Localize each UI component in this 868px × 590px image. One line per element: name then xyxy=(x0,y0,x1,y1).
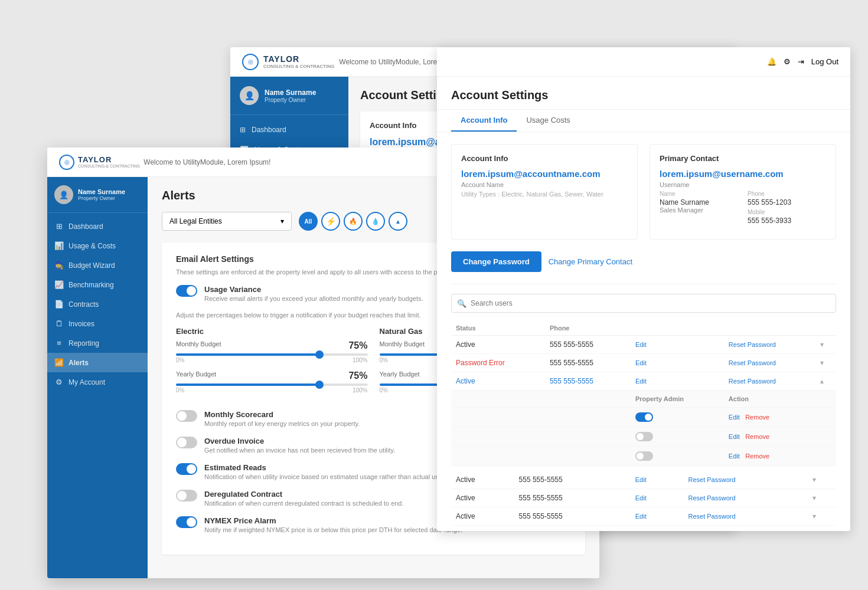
contact-phone-col: Phone 555 555-1203 Mobile 555 555-3933 xyxy=(748,191,826,225)
expand-4[interactable]: ▾ xyxy=(808,471,836,489)
prop-admin-toggle-off-2[interactable] xyxy=(635,451,653,461)
sidebar-item-budget-wizard[interactable]: 🧙 Budget Wizard xyxy=(47,255,148,275)
filter-electric[interactable]: ⚡ xyxy=(321,212,340,231)
search-input[interactable] xyxy=(451,294,836,313)
scorecard-info: Monthly Scorecard Monthly report of key … xyxy=(204,410,360,427)
expand-1[interactable]: ▾ xyxy=(815,336,836,354)
overdue-toggle[interactable] xyxy=(176,437,197,448)
reset-4[interactable]: Reset Password xyxy=(683,471,807,489)
electric-monthly-pct: 75% xyxy=(348,340,367,351)
utility-filters: All ⚡ 🔥 💧 ▲ xyxy=(299,212,407,231)
filter-water-icon: 💧 xyxy=(371,218,380,225)
tab-account-info[interactable]: Account Info xyxy=(451,110,517,132)
gas-range-min: 0% xyxy=(380,357,388,363)
scorecard-toggle[interactable] xyxy=(176,410,197,422)
entity-select[interactable]: All Legal Entities ▾ xyxy=(162,212,292,231)
sidebar-item-my-account[interactable]: ⚙ My Account xyxy=(47,372,148,392)
sidebar-item-usage-costs[interactable]: 📊 Usage & Costs xyxy=(47,236,148,255)
expanded-row-2-empty xyxy=(451,427,631,447)
expanded-empty xyxy=(451,391,631,408)
estimated-toggle[interactable] xyxy=(176,463,197,475)
electric-label: Electric xyxy=(176,327,368,336)
sidebar-item-benchmarking[interactable]: 📈 Benchmarking xyxy=(47,275,148,294)
front-logo-icon: ◎ xyxy=(59,155,74,170)
electric-monthly-budget: Monthly Budget 75% 0% 100% xyxy=(176,340,368,363)
sidebar-item-contracts[interactable]: 📄 Contracts xyxy=(47,294,148,314)
nymex-toggle[interactable] xyxy=(176,516,197,528)
overlay-signout-icon[interactable]: ⇥ xyxy=(798,57,804,66)
overlay-bell-icon[interactable]: 🔔 xyxy=(767,57,776,66)
edit-6[interactable]: Edit xyxy=(631,507,684,526)
overlay-logout-btn[interactable]: Log Out xyxy=(811,57,838,66)
edit-5[interactable]: Edit xyxy=(631,489,684,507)
search-wrap: 🔍 xyxy=(451,294,836,313)
remove-link-1[interactable]: Remove xyxy=(745,414,769,421)
electric-yearly-range-labels: 0% 100% xyxy=(176,387,368,394)
reset-6[interactable]: Reset Password xyxy=(683,507,807,526)
col-prop-admin: Property Admin xyxy=(631,391,724,408)
expanded-action-1: Edit Remove xyxy=(724,408,815,427)
electric-yearly-thumb[interactable] xyxy=(315,381,324,389)
contact-sales-label: Sales Manager xyxy=(660,206,738,214)
expanded-row-1: Edit Remove xyxy=(451,408,836,427)
deregulated-toggle[interactable] xyxy=(176,490,197,502)
nav-reporting-label: Reporting xyxy=(68,339,99,348)
alerts-sidebar-nav: ⊞ Dashboard 📊 Usage & Costs 🧙 Budget Wiz… xyxy=(47,213,148,395)
reset-5[interactable]: Reset Password xyxy=(683,489,807,507)
user-role: Property Owner xyxy=(265,97,316,103)
prop-admin-toggle-on[interactable] xyxy=(635,412,653,422)
sidebar-item-alerts[interactable]: 📶 Alerts xyxy=(47,353,148,372)
users-table-body: Active 555 555-5555 Edit Reset Password … xyxy=(451,336,836,466)
nav-dashboard-label: Dashboard xyxy=(68,222,103,231)
remove-link-2[interactable]: Remove xyxy=(745,433,769,440)
estimated-label: Estimated Reads xyxy=(204,463,451,472)
filter-all[interactable]: All xyxy=(299,212,318,231)
filter-gas[interactable]: 🔥 xyxy=(344,212,363,231)
expand-6[interactable]: ▾ xyxy=(808,507,836,526)
tab-usage-costs[interactable]: Usage Costs xyxy=(517,110,579,132)
edit-1[interactable]: Edit xyxy=(631,336,724,354)
sidebar-item-reporting[interactable]: ≡ Reporting xyxy=(47,333,148,353)
expand-7[interactable]: ▾ xyxy=(808,526,836,532)
electric-yearly-pct: 75% xyxy=(348,371,367,381)
change-contact-link[interactable]: Change Primary Contact xyxy=(549,257,632,266)
estimated-info: Estimated Reads Notification of when uti… xyxy=(204,463,451,480)
sidebar-item-dashboard[interactable]: ⊞ Dashboard xyxy=(47,217,148,236)
filter-water[interactable]: 💧 xyxy=(366,212,385,231)
reset-2[interactable]: Reset Password xyxy=(724,354,815,372)
edit-3[interactable]: Edit xyxy=(631,372,724,391)
expand-3-up[interactable]: ▴ xyxy=(815,372,836,391)
reset-3[interactable]: Reset Password xyxy=(724,372,815,391)
table-row-4: Active 555 555-5555 Edit Reset Password … xyxy=(451,471,836,489)
change-password-button[interactable]: Change Password xyxy=(451,251,541,272)
tab-account-info-label: Account Info xyxy=(461,116,507,124)
edit-4[interactable]: Edit xyxy=(631,471,684,489)
nymex-info: NYMEX Price Alarm Notify me if weighted … xyxy=(204,516,462,533)
edit-2[interactable]: Edit xyxy=(631,354,724,372)
col-phone: Phone xyxy=(545,321,631,336)
expand-5[interactable]: ▾ xyxy=(808,489,836,507)
nav-usage-label: Usage & Costs xyxy=(68,242,116,250)
remove-link-3[interactable]: Remove xyxy=(745,453,769,460)
sidebar-item-invoices[interactable]: 🗒 Invoices xyxy=(47,314,148,333)
filter-other[interactable]: ▲ xyxy=(389,212,407,231)
usage-variance-toggle[interactable] xyxy=(176,285,197,297)
alerts-user-info: Name Surname Property Owner xyxy=(78,188,125,201)
overlay-utility-types: Utility Types : Electric, Natural Gas, S… xyxy=(461,191,628,198)
reset-7[interactable]: Reset Password xyxy=(683,526,807,532)
overlay-account-name: Account Name xyxy=(461,181,628,188)
electric-monthly-thumb[interactable] xyxy=(315,350,324,359)
overlay-gear-icon[interactable]: ⚙ xyxy=(784,57,791,66)
prop-admin-toggle-off-1[interactable] xyxy=(635,432,653,441)
sidebar-item-dashboard[interactable]: ⊞ Dashboard xyxy=(230,120,348,140)
contact-mobile-value: 555 555-3933 xyxy=(748,217,826,225)
edit-7[interactable]: Edit xyxy=(631,526,684,532)
reset-1[interactable]: Reset Password xyxy=(724,336,815,354)
overlay-utility-label: Utility Types xyxy=(461,191,496,198)
expand-2[interactable]: ▾ xyxy=(815,354,836,372)
status-4: Active xyxy=(451,471,514,489)
contact-name-label: Name xyxy=(660,191,738,197)
col-status: Status xyxy=(451,321,545,336)
overlay-top-actions: 🔔 ⚙ ⇥ Log Out xyxy=(767,57,838,66)
table-row: Password Error 555 555-5555 Edit Reset P… xyxy=(451,354,836,372)
